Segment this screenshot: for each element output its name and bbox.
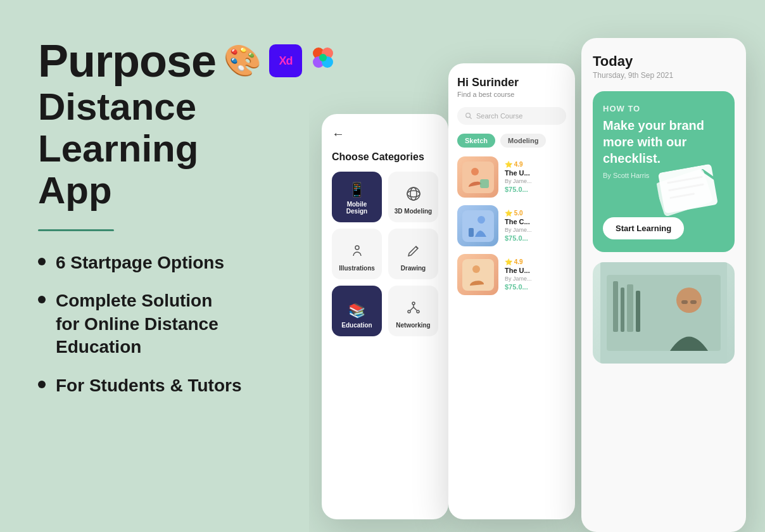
second-card [593,262,735,364]
course-title-3: The U... [505,267,566,274]
subtitle-line2: App [38,170,342,212]
course-author-3: By Jame... [505,276,566,282]
category-3d-modeling[interactable]: 3D Modeling [388,172,438,222]
bullet-dot-1 [38,258,46,265]
filter-tab-sketch[interactable]: Sketch [457,134,495,148]
illustrations-icon [350,243,365,262]
title-row: Purpose 🎨 Xd [38,38,342,84]
svg-rect-34 [690,300,697,304]
phone-middle-inner: ← Choose Categories 📱 Mobile Design [322,114,448,349]
filter-tabs: Sketch Modeling [457,134,566,148]
search-bar[interactable]: Search Course [457,107,566,125]
phone-right: Hi Surinder Find a best course Search Co… [448,63,575,519]
subtitle: Distance Learning App [38,86,342,212]
today-label: Today [593,53,735,70]
featured-how-to: HOW TO [603,104,724,113]
svg-point-10 [408,310,410,313]
course-rating-3: ⭐ 4.9 [505,258,566,265]
svg-rect-18 [469,228,474,237]
category-mobile-design[interactable]: 📱 Mobile Design [332,172,382,222]
course-rating-1: ⭐ 4.9 [505,161,566,168]
title-divider [38,229,114,231]
featured-card: HOW TO Make your brand more with our che… [593,91,735,252]
subtitle-line1: Distance Learning [38,86,342,170]
3d-modeling-icon [406,186,421,205]
svg-point-5 [407,191,420,197]
filter-tab-modeling[interactable]: Modeling [500,134,546,148]
svg-rect-19 [462,259,494,291]
today-date: Thursday, 9th Sep 2021 [593,71,735,80]
course-card-2[interactable]: ⭐ 5.0 The C... By Jame... $75.0... [457,205,566,246]
bullet-dot-2 [38,296,46,303]
course-thumb-2 [457,205,498,246]
3d-modeling-label: 3D Modeling [395,208,432,215]
course-price-1: $75.0... [505,186,566,193]
svg-rect-31 [636,291,640,332]
phone-right-inner: Hi Surinder Find a best course Search Co… [448,63,575,315]
title-purpose: Purpose [38,38,216,84]
course-info-2: ⭐ 5.0 The C... By Jame... $75.0... [505,210,566,242]
illustrations-label: Illustrations [339,265,375,272]
category-drawing[interactable]: Drawing [388,229,438,279]
education-label: Education [341,322,372,329]
greeting-text: Hi Surinder [457,76,566,89]
bullet-item-1: 6 Startpage Options [38,251,342,274]
course-info-1: ⭐ 4.9 The U... By Jame... $75.0... [505,161,566,193]
mobile-design-icon: 📱 [348,182,365,198]
course-title-1: The U... [505,169,566,177]
course-author-2: By Jame... [505,227,566,233]
phone-middle: ← Choose Categories 📱 Mobile Design [322,114,448,519]
subgreeting-text: Find a best course [457,91,566,98]
bullet-text-1: 6 Startpage Options [56,251,224,274]
categories-grid: 📱 Mobile Design 3D Modeling [332,172,438,336]
svg-rect-29 [621,288,624,332]
category-education[interactable]: 📚 Education [332,286,382,336]
sketch-icon: 🎨 [224,43,262,79]
svg-point-20 [472,265,480,273]
svg-rect-13 [462,162,494,193]
course-thumb-1 [457,156,498,198]
svg-point-11 [417,310,419,313]
svg-rect-30 [627,284,633,332]
svg-rect-15 [480,179,489,188]
svg-rect-33 [681,300,688,304]
phone-far-right: Today Thursday, 9th Sep 2021 HOW TO Make… [581,38,746,532]
networking-icon [406,300,421,319]
featured-title: Make your brand more with our checklist. [603,117,724,167]
course-price-2: $75.0... [505,234,566,242]
course-card-3[interactable]: ⭐ 4.9 The U... By Jame... $75.0... [457,254,566,295]
drawing-label: Drawing [401,265,426,272]
bullet-text-3: For Students & Tutors [56,374,241,397]
svg-rect-28 [613,281,618,332]
svg-point-14 [471,168,479,175]
svg-point-32 [676,288,702,313]
category-networking[interactable]: Networking [388,286,438,336]
course-info-3: ⭐ 4.9 The U... By Jame... $75.0... [505,258,566,291]
features-list: 6 Startpage Options Complete Solutionfor… [38,251,342,397]
bullet-dot-3 [38,381,46,388]
search-placeholder: Search Course [476,112,522,120]
course-card-1[interactable]: ⭐ 4.9 The U... By Jame... $75.0... [457,156,566,198]
mobile-design-label: Mobile Design [337,201,377,215]
bullet-item-3: For Students & Tutors [38,374,342,397]
networking-label: Networking [396,322,430,329]
svg-point-9 [412,302,415,305]
choose-categories-title: Choose Categories [332,151,438,163]
course-author-1: By Jame... [505,178,566,184]
xd-icon: Xd [269,44,302,77]
course-title-2: The C... [505,218,566,225]
bullet-text-2: Complete Solutionfor Online DistanceEduc… [56,289,218,358]
svg-point-6 [410,187,417,200]
phones-container: ← Choose Categories 📱 Mobile Design [309,0,765,532]
svg-point-17 [477,216,485,224]
category-illustrations[interactable]: Illustrations [332,229,382,279]
bullet-item-2: Complete Solutionfor Online DistanceEduc… [38,289,342,358]
education-icon: 📚 [348,303,365,319]
drawing-icon [406,243,421,262]
svg-rect-16 [462,210,494,242]
course-thumb-3 [457,254,498,295]
svg-point-8 [355,246,359,250]
svg-point-7 [407,187,420,200]
back-arrow[interactable]: ← [332,127,438,141]
course-rating-2: ⭐ 5.0 [505,210,566,217]
